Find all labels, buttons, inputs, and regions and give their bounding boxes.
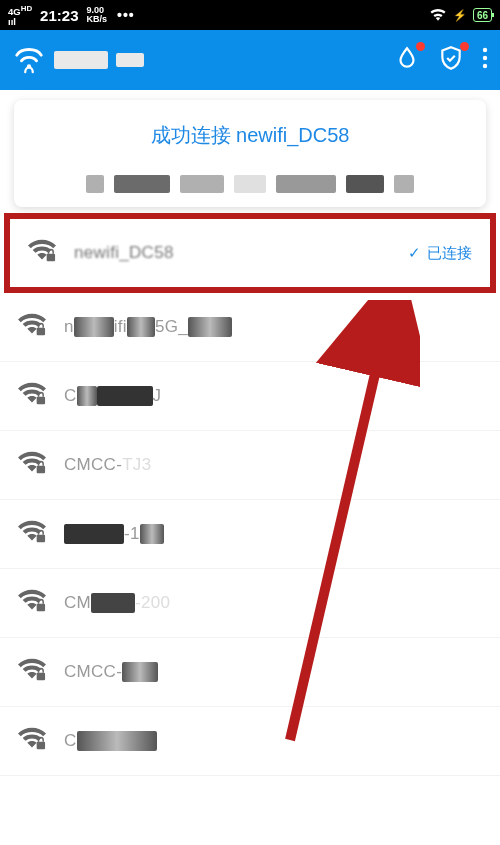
more-vertical-icon[interactable] bbox=[482, 46, 488, 74]
wifi-lock-icon bbox=[18, 520, 46, 548]
svg-point-1 bbox=[483, 48, 487, 52]
wifi-item[interactable]: CxxxxJ bbox=[0, 362, 500, 431]
network-sub: HD bbox=[21, 4, 32, 13]
banner-title: 成功连接 newifi_DC58 bbox=[26, 122, 474, 149]
svg-rect-7 bbox=[37, 466, 45, 473]
speed-unit: KB/s bbox=[86, 14, 107, 24]
shield-check-icon[interactable] bbox=[438, 45, 464, 75]
redacted-block bbox=[86, 175, 104, 193]
notification-dot bbox=[416, 42, 425, 51]
svg-rect-6 bbox=[37, 397, 45, 404]
redacted-block bbox=[114, 175, 170, 193]
svg-rect-5 bbox=[37, 328, 45, 335]
connection-banner: 成功连接 newifi_DC58 bbox=[14, 100, 486, 207]
wifi-item[interactable]: CMCC-xx bbox=[0, 638, 500, 707]
redacted-block bbox=[346, 175, 384, 193]
wifi-name: CMxx-200 bbox=[64, 593, 170, 613]
wifi-lock-icon bbox=[18, 313, 46, 341]
status-right-cluster: ⚡ 66 bbox=[429, 7, 492, 23]
redacted-block bbox=[180, 175, 224, 193]
wifi-name: CMCC-TJ3 bbox=[64, 455, 151, 475]
wifi-item-connected[interactable]: newifi_DC58 ✓ 已连接 bbox=[4, 213, 496, 293]
wifi-lock-icon bbox=[18, 727, 46, 755]
wifi-name: CxxxxJ bbox=[64, 386, 161, 406]
network-type: 4GHDııl bbox=[8, 4, 32, 25]
wifi-name: CMCC-xx bbox=[64, 662, 158, 682]
wifi-lock-icon bbox=[18, 451, 46, 479]
wifi-lock-icon bbox=[18, 382, 46, 410]
wifi-list: newifi_DC58 ✓ 已连接 nxxifix5G_xx CxxxxJ CM… bbox=[0, 213, 500, 776]
svg-rect-4 bbox=[47, 254, 55, 261]
app-header bbox=[0, 30, 500, 90]
wifi-name: nxxifix5G_xx bbox=[64, 317, 232, 337]
wifi-connected-status: ✓ 已连接 bbox=[408, 244, 472, 263]
wifi-lock-icon bbox=[18, 658, 46, 686]
wifi-item[interactable]: CMCC-TJ3 bbox=[0, 431, 500, 500]
wifi-name: Cxxxx bbox=[64, 731, 157, 751]
header-redacted-1 bbox=[54, 51, 108, 69]
wifi-lock-icon bbox=[28, 239, 56, 267]
header-actions bbox=[394, 45, 488, 75]
app-logo-icon[interactable] bbox=[12, 41, 46, 79]
status-time: 21:23 bbox=[40, 7, 78, 24]
wifi-name: xxxx-1x bbox=[64, 524, 164, 544]
wifi-item[interactable]: CMxx-200 bbox=[0, 569, 500, 638]
svg-rect-11 bbox=[37, 742, 45, 749]
network-label: 4G bbox=[8, 7, 21, 18]
water-drop-icon[interactable] bbox=[394, 45, 420, 75]
redacted-block bbox=[276, 175, 336, 193]
network-speed: 9.00KB/s bbox=[86, 6, 107, 24]
battery-indicator: 66 bbox=[473, 8, 492, 22]
wifi-status-icon bbox=[429, 7, 447, 23]
notification-dot bbox=[460, 42, 469, 51]
status-bar: 4GHDııl 21:23 9.00KB/s ••• ⚡ 66 bbox=[0, 0, 500, 30]
connected-label: 已连接 bbox=[427, 244, 472, 263]
status-more-icon: ••• bbox=[117, 7, 135, 23]
wifi-item[interactable]: nxxifix5G_xx bbox=[0, 293, 500, 362]
svg-point-2 bbox=[483, 56, 487, 60]
redacted-block bbox=[394, 175, 414, 193]
status-left-cluster: 4GHDııl 21:23 9.00KB/s ••• bbox=[8, 4, 135, 25]
header-redacted-2 bbox=[116, 53, 144, 67]
check-icon: ✓ bbox=[408, 244, 421, 262]
battery-percent: 66 bbox=[477, 10, 488, 21]
wifi-item[interactable]: Cxxxx bbox=[0, 707, 500, 776]
wifi-name: newifi_DC58 bbox=[74, 243, 174, 263]
svg-rect-9 bbox=[37, 604, 45, 611]
svg-point-3 bbox=[483, 64, 487, 68]
redacted-block bbox=[234, 175, 266, 193]
wifi-lock-icon bbox=[18, 589, 46, 617]
wifi-item[interactable]: xxxx-1x bbox=[0, 500, 500, 569]
charging-icon: ⚡ bbox=[453, 9, 467, 22]
svg-rect-10 bbox=[37, 673, 45, 680]
svg-rect-8 bbox=[37, 535, 45, 542]
banner-redacted-row bbox=[26, 175, 474, 193]
